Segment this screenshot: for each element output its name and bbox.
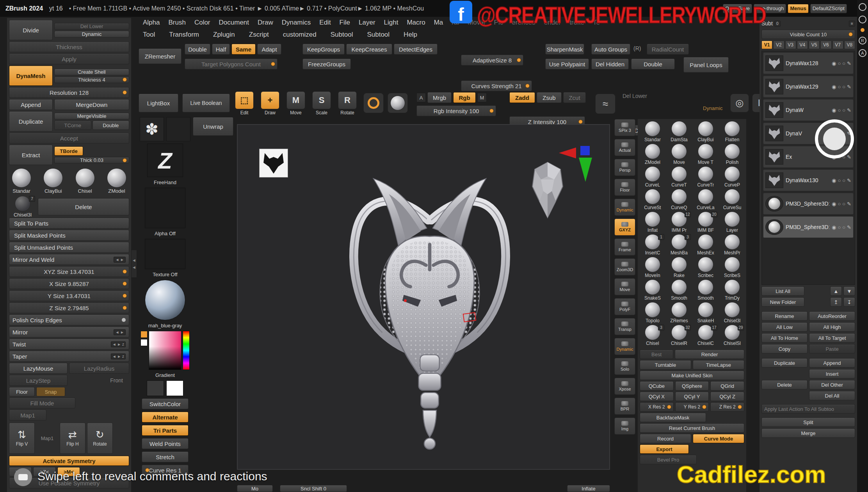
edit-brush-icon[interactable]: ✎ [847,178,851,183]
snap-button[interactable]: Snap [36,387,65,396]
a-tool-icon[interactable]: A [859,49,866,57]
autoreorder-button[interactable]: AutoReorder [809,311,855,321]
draw-mode-button[interactable]: +Draw [258,91,282,115]
quick-brush[interactable]: ZModel [104,168,129,194]
brush-item[interactable]: ZRemes [666,302,692,323]
weld-points-button[interactable]: Weld Points [142,438,189,449]
use-polypaint-button[interactable]: Use Polypaint [545,59,589,69]
stroke-icon[interactable]: ≈ [595,94,615,114]
subtool-item[interactable]: DynaWax128 ◉ ○ ○ ✎ [763,52,854,74]
brush-item[interactable]: Scribec [693,257,719,278]
subtool-item[interactable]: PM3D_Sphere3D1_1 ◉ ○ ○ ✎ [763,216,854,238]
brush-item[interactable]: SnakeS [640,279,665,301]
deformation-row[interactable]: Mirror◄ ► [9,327,129,337]
menu-item[interactable]: Subtool [326,30,358,40]
dynamesh-button[interactable]: DynaMesh [9,66,53,86]
window-control-icon[interactable] [859,3,866,11]
move-to-bottom-button[interactable]: ↧ [843,297,855,307]
subtool-item[interactable]: DynaW ◉ ○ ○ ✎ [763,99,854,121]
current-brush-thumbnail[interactable]: Z [147,144,183,177]
uv-toggle-icon[interactable]: ○ [842,224,845,230]
split-button[interactable]: Split Unmasked Points [9,242,129,253]
keepcreases-button[interactable]: KeepCreases [346,44,392,55]
uv-toggle-icon[interactable]: ○ [842,178,845,183]
all-to-home-button[interactable]: All To Home [761,333,808,343]
menu-item[interactable]: File [335,18,354,28]
current-material-button[interactable] [388,93,408,113]
polish-crisp-edges-slider[interactable]: Polish Crisp Edges [9,314,129,325]
shelf-toggle-button[interactable]: Frame [614,238,635,256]
bottom-partial-button[interactable]: Mo [237,485,273,492]
version-tab[interactable]: V7 [832,41,843,49]
insert-subtool-button[interactable]: Insert [809,369,855,378]
edit-brush-icon[interactable]: ✎ [847,107,851,113]
edit-mode-button[interactable]: ⬚Edit [232,91,256,115]
brush-item[interactable]: SnakeH [693,302,719,323]
z-res-slider[interactable]: Z Res 2 [710,402,744,412]
best-button[interactable]: Best [640,350,673,359]
version-tab[interactable]: V3 [785,41,796,49]
hue-strip[interactable] [183,331,190,370]
mergedown-button[interactable]: MergeDown [54,99,129,110]
list-all-button[interactable]: List All [761,286,804,296]
alternate-button[interactable]: Alternate [142,412,189,423]
quick-brush[interactable]: ClayBui [41,168,66,194]
menu-item[interactable]: Subtool [363,30,394,40]
apply-last-action-button[interactable]: Apply Last Action To All Subtoo [761,404,855,414]
auto-groups-button[interactable]: Auto Groups [591,44,630,55]
brush-item[interactable]: ZModel [640,144,665,165]
split-button[interactable]: Split Masked Points [9,230,129,241]
chisel3d-brush[interactable]: 7 Chisel3l [9,196,36,218]
version-tab[interactable]: V8 [844,41,855,49]
menu-item[interactable]: Edit [315,18,335,28]
thickness-slider[interactable]: Thickness [9,41,129,52]
color-sv-picker[interactable] [149,331,181,370]
timelapse-button[interactable]: TimeLapse [693,360,744,369]
lazyradius-slider[interactable]: LazyRadius [69,363,129,374]
delete-subtool-button[interactable]: Delete [761,380,808,389]
lazymouse-button[interactable]: LazyMouse [9,363,68,374]
menu-item[interactable]: Layer [354,18,380,28]
secondary-color-swatch[interactable] [141,339,148,346]
radialcount-button[interactable]: RadialCount [647,44,689,55]
zsub-button[interactable]: Zsub [537,92,562,103]
lightbox-button[interactable]: LightBox [139,94,178,112]
lazystep-slider[interactable]: LazyStep [9,375,68,386]
menu-item[interactable]: Tool [139,30,159,40]
map1-button[interactable]: Map1 [9,410,46,421]
menu-item[interactable]: Zplugin [209,30,239,40]
menu-item[interactable]: Zscript [245,30,273,40]
brush-item[interactable]: CurveSt [640,189,665,210]
double-button[interactable]: Double [631,59,675,69]
shelf-toggle-button[interactable]: BPR [614,398,635,415]
polypaint-toggle-icon[interactable]: ○ [838,224,841,230]
brush-item[interactable]: 3 MeshBa [666,234,692,256]
merge-section-button[interactable]: Merge [761,428,855,438]
visibility-eye-icon[interactable]: ◉ [832,201,836,207]
brush-item[interactable]: Polish [719,144,745,165]
zremesher-adapt-button[interactable]: Adapt [257,44,281,55]
brush-item[interactable]: CurveTr [693,166,719,188]
main-color-swatch[interactable] [147,380,164,396]
visibility-eye-icon[interactable]: ◉ [832,60,836,66]
accept-button[interactable]: Accept [9,133,129,144]
fill-mode-button[interactable]: Fill Mode [9,398,75,409]
qgrid-button[interactable]: QGrid [710,381,744,391]
rotate-mode-button[interactable]: RRotate [335,91,359,115]
live-boolean-button[interactable]: Live Boolean [182,94,230,112]
brush-item[interactable]: MeshPr [719,234,745,256]
sculpture-wolf-pendant[interactable] [328,147,531,466]
polypaint-toggle-icon[interactable]: ○ [838,84,841,90]
keepgroups-button[interactable]: KeepGroups [302,44,345,55]
zremesher-half-button[interactable]: Half [212,44,230,55]
shelf-toggle-button[interactable]: Zoom3D [614,258,635,275]
shelf-toggle-button[interactable]: Persp [614,159,635,176]
brush-item[interactable]: Flatten [719,121,745,142]
x-axis-icon[interactable] [559,147,576,158]
status-button[interactable]: Menus [788,4,808,13]
menu-item[interactable]: Macro [402,18,429,28]
material-thumbnail[interactable] [145,280,185,320]
curves-strength-slider[interactable]: Curves Strength 21 [461,80,532,91]
duplicate-subtool-button[interactable]: Duplicate [761,358,808,368]
y-res-slider[interactable]: Y Res 2 [675,402,709,412]
